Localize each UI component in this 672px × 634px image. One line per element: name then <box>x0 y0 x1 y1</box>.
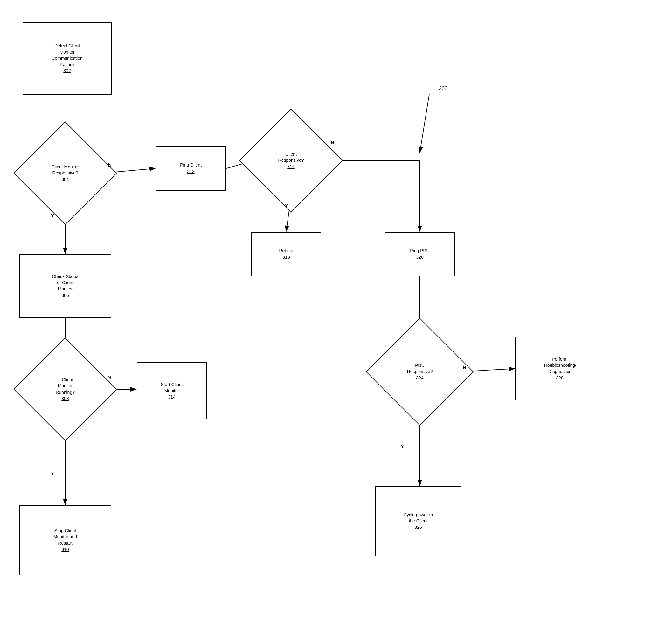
arrow-label-n2: N <box>108 374 111 380</box>
node-318: Reboot 318 <box>251 232 321 276</box>
arrow-label-n1: N <box>108 162 112 168</box>
arrow-label-n4: N <box>463 365 466 370</box>
node-316: ClientResponsive? 316 <box>254 124 328 197</box>
node-324: PDUResponsive? 324 <box>381 334 458 410</box>
node-310: Stop ClientMonitor andRestart 310 <box>19 505 111 575</box>
node-308: Is ClientMonitorRunning? 308 <box>29 353 102 426</box>
node-328: PerformTroubleshooting/Diagnostics 328 <box>515 337 604 400</box>
node-326: Cycle power tothe Client 326 <box>375 486 461 556</box>
node-320: Ping PDU 320 <box>385 232 455 276</box>
node-304: Client MonitorResponsive? 304 <box>29 137 102 210</box>
arrow-label-y2: Y <box>51 470 54 476</box>
node-312: Ping Client 312 <box>156 146 226 191</box>
arrow-label-y3: Y <box>285 203 288 208</box>
arrow-label-y4: Y <box>401 443 404 449</box>
arrow-label-y1: Y <box>51 213 54 218</box>
svg-line-14 <box>420 94 429 152</box>
label-300: 300 <box>439 86 447 92</box>
node-314: Start ClientMonitor 314 <box>137 362 207 419</box>
arrow-label-n3: N <box>331 140 334 145</box>
node-306: Check Statusof ClientMonitor 306 <box>19 254 111 318</box>
node-302: Detect Client Monitor Communication Fail… <box>23 22 112 95</box>
flowchart: Detect Client Monitor Communication Fail… <box>0 0 672 634</box>
